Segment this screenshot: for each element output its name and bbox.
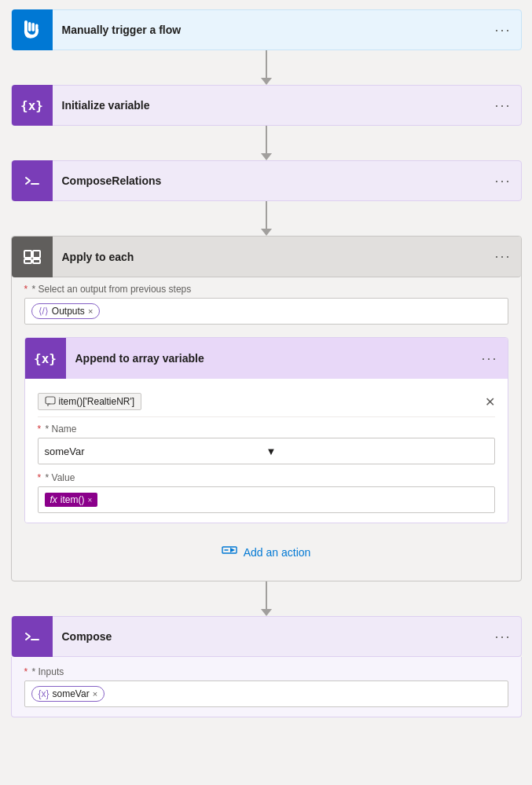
add-action-row[interactable]: Add an action [12,523,521,568]
compose-menu[interactable]: ··· [494,629,511,645]
append-array-header: {x} Append to array variable ··· [25,338,508,379]
svg-rect-2 [31,23,35,31]
compose-header: Compose ··· [11,616,522,657]
trigger-menu[interactable]: ··· [494,22,511,39]
inputs-label: * * Inputs [24,666,508,677]
expression-row: item()['RealtieNR'] ✕ [38,388,495,417]
apply-to-each-title: Apply to each [53,251,495,263]
arrow-4 [261,581,272,616]
add-action-label: Add an action [244,546,311,559]
token-close-button[interactable]: × [88,306,93,316]
init-variable-card: {x} Initialize variable ··· [11,85,522,126]
svg-rect-7 [24,259,31,263]
hand-icon [22,20,42,40]
append-array-menu[interactable]: ··· [481,350,497,367]
somevar-token[interactable]: {x} someVar × [31,686,105,702]
svg-rect-8 [33,259,40,263]
trigger-header: Manually trigger a flow ··· [11,9,522,50]
name-value: someVar [45,446,266,457]
compose-title: Compose [53,630,495,643]
value-field-section: * * Value fx item() × [38,472,495,513]
fx-value: item() [61,494,85,505]
outputs-token[interactable]: ⟨/⟩ Outputs × [31,303,101,319]
append-array-body: item()['RealtieNR'] ✕ * * Name someVar ▼ [25,379,508,523]
add-action-icon [222,542,237,562]
variable-icon: {x} [20,98,43,113]
compose-icon-bg [12,616,53,657]
fx-close-button[interactable]: × [88,496,93,504]
name-field-label: * * Name [38,424,495,435]
svg-rect-6 [33,251,40,258]
trigger-icon-bg [12,9,53,50]
speech-bubble-icon [45,396,56,407]
init-variable-menu[interactable]: ··· [494,97,511,114]
append-array-icon-bg: {x} [25,338,66,379]
select-output-section: * * Select an output from previous steps… [12,277,521,334]
compose-card: Compose ··· * * Inputs {x} someVar × [11,616,522,717]
expression-bubble: item()['RealtieNR'] [38,393,142,410]
init-variable-title: Initialize variable [53,99,495,112]
compose-relations-header: ComposeRelations ··· [11,160,522,201]
append-array-title: Append to array variable [66,352,482,365]
compose-icon [24,628,41,645]
compose-relations-title: ComposeRelations [53,174,495,187]
output-token-input[interactable]: ⟨/⟩ Outputs × [24,298,508,325]
name-field-section: * * Name someVar ▼ [38,424,495,464]
append-array-card: {x} Append to array variable ··· item()[… [24,337,508,523]
fx-token[interactable]: fx item() × [45,493,98,507]
trigger-title: Manually trigger a flow [53,24,495,36]
chevron-down-icon: ▼ [266,446,488,457]
compose-rel-icon-bg [12,160,53,201]
apply-to-each-card: Apply to each ··· * * Select an output f… [11,236,522,581]
expression-text: item()['RealtieNR'] [59,396,135,407]
token-label: Outputs [52,306,85,317]
name-select[interactable]: someVar ▼ [38,438,495,464]
arrow-1 [261,50,272,85]
inputs-token-input[interactable]: {x} someVar × [24,680,508,707]
add-action-svg [222,542,237,558]
trigger-card: Manually trigger a flow ··· [11,9,522,50]
svg-rect-5 [24,251,31,258]
expression-close-button[interactable]: ✕ [485,394,495,409]
token-icon: ⟨/⟩ [39,306,49,317]
fx-label: fx [50,494,57,505]
flow-canvas: Manually trigger a flow ··· {x} Initiali… [6,9,526,717]
svg-rect-9 [46,397,55,404]
select-output-label: * * Select an output from previous steps [24,284,508,295]
value-token-input[interactable]: fx item() × [38,486,495,513]
arrow-3 [261,201,272,236]
somevar-label: someVar [53,688,90,699]
apply-to-each-menu[interactable]: ··· [494,248,511,265]
apply-icon-bg [12,237,53,277]
compose-relations-menu[interactable]: ··· [494,173,511,189]
append-array-icon: {x} [34,351,57,366]
variable-icon-bg: {x} [12,85,53,126]
somevar-close-button[interactable]: × [93,689,97,699]
svg-rect-1 [28,22,31,31]
compose-body: * * Inputs {x} someVar × [11,657,522,717]
apply-to-each-header: Apply to each ··· [12,237,521,277]
init-variable-header: {x} Initialize variable ··· [11,85,522,126]
arrow-2 [261,126,272,160]
compose-rel-icon [24,172,41,189]
loop-icon [23,248,42,266]
compose-relations-card: ComposeRelations ··· [11,160,522,201]
somevar-icon: {x} [39,688,50,699]
svg-marker-12 [230,548,235,552]
value-field-label: * * Value [38,472,495,483]
